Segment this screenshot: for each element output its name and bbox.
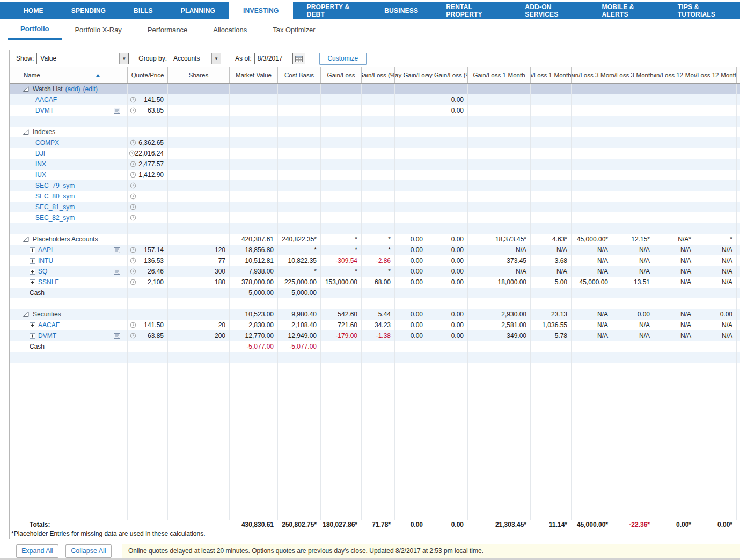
total-cost-basis: 250,802.75* xyxy=(278,520,321,529)
report-icon[interactable] xyxy=(113,268,121,275)
column-header-shares[interactable]: Shares xyxy=(168,67,230,83)
nav-tab-spending[interactable]: SPENDING xyxy=(57,2,120,19)
add-link[interactable]: (add) xyxy=(65,85,80,93)
report-icon[interactable] xyxy=(113,107,121,114)
cell-gain-loss-3-month xyxy=(572,202,612,212)
cell-gain-loss-12-month xyxy=(654,180,695,191)
as-of-date-input[interactable]: 8/3/2017 xyxy=(254,53,293,64)
expand-plus-icon[interactable] xyxy=(30,322,35,328)
subnav-tab-portfolio-x-ray[interactable]: Portfolio X-Ray xyxy=(62,19,134,40)
report-icon[interactable] xyxy=(113,247,121,254)
ticker-link[interactable]: DJI xyxy=(35,150,45,157)
cell-gain-loss-3-month-pct xyxy=(612,137,654,148)
cell-gain-loss-12-month-pct xyxy=(695,341,737,352)
collapse-triangle-icon[interactable] xyxy=(23,236,30,242)
ticker-link[interactable]: SEC_81_sym xyxy=(35,203,75,211)
cell-gain-loss-3-month-pct: N/A xyxy=(612,266,654,277)
nav-tab-business[interactable]: BUSINESS xyxy=(370,2,432,19)
subnav-tab-performance[interactable]: Performance xyxy=(135,19,200,40)
placeholder-footnote: *Placeholder Entries for missing data ar… xyxy=(10,529,740,539)
collapse-triangle-icon[interactable] xyxy=(23,129,30,135)
column-header-gain-loss-3-month-pct[interactable]: Gain/Loss 3-Month (%) xyxy=(612,67,654,83)
subnav-tab-portfolio[interactable]: Portfolio xyxy=(8,19,62,40)
subnav-tab-tax-optimizer[interactable]: Tax Optimizer xyxy=(260,19,328,40)
expand-plus-icon[interactable] xyxy=(30,247,35,253)
spacer-row xyxy=(10,298,740,309)
nav-tab-mobile-alerts[interactable]: MOBILE & ALERTS xyxy=(588,2,663,19)
show-dropdown[interactable]: Value ▼ xyxy=(36,53,129,64)
ticker-link[interactable]: SEC_82_sym xyxy=(35,214,75,222)
clock-icon xyxy=(129,150,135,157)
nav-tab-add-on-services[interactable]: ADD-ON SERVICES xyxy=(511,2,588,19)
column-header-gain-loss-3-month[interactable]: Gain/Loss 3-Month xyxy=(572,67,612,83)
edit-link[interactable]: (edit) xyxy=(83,85,98,93)
ticker-link[interactable]: IUX xyxy=(35,171,46,179)
column-header-day-gain-loss-pct[interactable]: Day Gain/Loss (%) xyxy=(427,67,468,83)
column-header-gain-loss-1-month[interactable]: Gain/Loss 1-Month xyxy=(468,67,531,83)
ticker-link[interactable]: INTU xyxy=(38,257,53,264)
cell-gain-loss-pct: * xyxy=(362,245,395,255)
clock-icon xyxy=(130,204,136,210)
customize-button[interactable]: Customize xyxy=(319,53,367,65)
ticker-link[interactable]: COMPX xyxy=(35,139,59,146)
column-header-name[interactable]: Name xyxy=(10,67,128,83)
column-header-gain-loss-pct[interactable]: Gain/Loss (%) xyxy=(362,67,395,83)
collapse-triangle-icon[interactable] xyxy=(23,86,30,92)
dropdown-arrow-icon[interactable]: ▼ xyxy=(211,53,221,64)
expand-plus-icon[interactable] xyxy=(30,269,35,275)
collapse-all-button[interactable]: Collapse All xyxy=(65,544,112,558)
cell-value: 45,000.00 xyxy=(580,278,608,286)
cell-gain-loss-3-month-pct xyxy=(612,170,654,180)
cell-gain-loss-1-month-pct: N/A xyxy=(531,245,572,255)
ticker-link[interactable]: SEC_80_sym xyxy=(35,193,75,200)
column-header-label: Gain/Loss 3-Month (%) xyxy=(612,72,654,79)
nav-tab-rental-property[interactable]: RENTAL PROPERTY xyxy=(432,2,511,19)
column-header-day-gain-loss[interactable]: Day Gain/Loss xyxy=(395,67,427,83)
ticker-link[interactable]: SSNLF xyxy=(38,278,59,286)
ticker-link[interactable]: AACAF xyxy=(38,321,60,329)
column-header-gain-loss[interactable]: Gain/Loss xyxy=(321,67,362,83)
collapse-triangle-icon[interactable] xyxy=(23,311,30,318)
cell-day-gain-loss xyxy=(395,212,427,223)
expand-all-button[interactable]: Expand All xyxy=(16,544,58,558)
cell-day-gain-loss xyxy=(395,127,427,137)
cell-value: 300 xyxy=(215,268,225,275)
ticker-link[interactable]: DVMT xyxy=(35,107,54,114)
calendar-icon[interactable] xyxy=(293,53,305,64)
nav-tab-tips-tutorials[interactable]: TIPS & TUTORIALS xyxy=(664,2,740,19)
cell-quote-price: 26.46 xyxy=(128,266,168,277)
security-row-aacaf: AACAF141.50202,830.002,108.40721.6034.23… xyxy=(10,320,740,330)
nav-tab-bills[interactable]: BILLS xyxy=(120,2,167,19)
ticker-link[interactable]: AACAF xyxy=(35,96,57,104)
nav-tab-planning[interactable]: PLANNING xyxy=(167,2,229,19)
group-by-dropdown[interactable]: Accounts ▼ xyxy=(170,53,221,64)
column-header-cost-basis[interactable]: Cost Basis xyxy=(278,67,321,83)
cell-value: 0.00 xyxy=(638,311,650,318)
expand-plus-icon[interactable] xyxy=(30,258,35,264)
nav-tab-home[interactable]: HOME xyxy=(10,2,57,19)
ticker-link[interactable]: SEC_79_sym xyxy=(35,182,75,189)
investing-subnav: PortfolioPortfolio X-RayPerformanceAlloc… xyxy=(0,19,740,40)
dropdown-arrow-icon[interactable]: ▼ xyxy=(119,53,128,64)
cell-gain-loss-12-month xyxy=(654,341,695,352)
column-header-gain-loss-12-month-pct[interactable]: Gain/Loss 12-Month (%) xyxy=(695,67,737,83)
nav-tab-property-debt[interactable]: PROPERTY & DEBT xyxy=(293,2,371,19)
cell-value: 9,980.40 xyxy=(291,311,317,318)
report-icon[interactable] xyxy=(113,333,121,340)
ticker-link[interactable]: SQ xyxy=(38,268,47,275)
column-header-gain-loss-12-month[interactable]: Gain/Loss 12-Month xyxy=(654,67,695,83)
subnav-tab-allocations[interactable]: Allocations xyxy=(200,19,260,40)
nav-tab-investing[interactable]: INVESTING xyxy=(229,0,292,19)
expand-plus-icon[interactable] xyxy=(30,279,35,285)
empty-cell xyxy=(321,363,362,520)
column-header-label: Day Gain/Loss xyxy=(395,72,427,79)
ticker-link[interactable]: DVMT xyxy=(38,332,56,340)
column-header-market-value[interactable]: Market Value xyxy=(230,67,278,83)
ticker-link[interactable]: INX xyxy=(35,160,46,168)
empty-cell xyxy=(362,363,395,520)
column-header-gain-loss-1-month-pct[interactable]: Gain/Loss 1-Month (%) xyxy=(531,67,572,83)
ticker-link[interactable]: AAPL xyxy=(38,246,55,254)
column-header-quote-price[interactable]: Quote/Price xyxy=(128,67,168,83)
expand-plus-icon[interactable] xyxy=(30,333,35,339)
cell-gain-loss-1-month: 2,581.00 xyxy=(468,320,531,330)
